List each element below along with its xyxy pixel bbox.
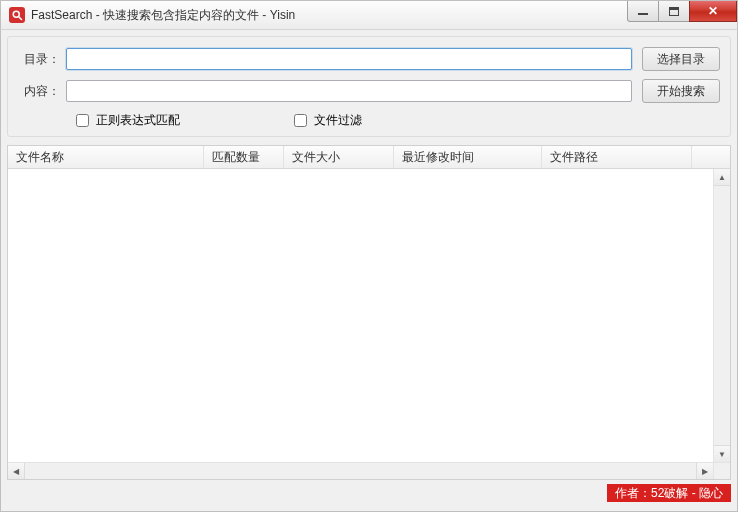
column-header[interactable]: 文件名称	[8, 146, 204, 168]
horizontal-scrollbar[interactable]: ◀ ▶	[8, 462, 730, 479]
scroll-down-icon[interactable]: ▼	[714, 445, 730, 462]
column-header[interactable]: 文件路径	[542, 146, 692, 168]
column-header[interactable]: 匹配数量	[204, 146, 284, 168]
svg-line-1	[19, 17, 22, 20]
window-title: FastSearch - 快速搜索包含指定内容的文件 - Yisin	[31, 7, 295, 24]
app-icon	[9, 7, 25, 23]
filter-checkbox-wrap[interactable]: 文件过滤	[290, 111, 362, 130]
scroll-corner	[713, 462, 730, 479]
select-directory-button[interactable]: 选择目录	[642, 47, 720, 71]
scroll-left-icon[interactable]: ◀	[8, 463, 25, 479]
regex-checkbox-label: 正则表达式匹配	[96, 112, 180, 129]
regex-checkbox-wrap[interactable]: 正则表达式匹配	[72, 111, 180, 130]
maximize-button[interactable]	[658, 1, 690, 22]
search-frame: 目录 选择目录 内容 开始搜索 正则表达式匹配 文件过滤	[7, 36, 731, 137]
column-header[interactable]: 文件大小	[284, 146, 394, 168]
regex-checkbox[interactable]	[76, 114, 89, 127]
content-label: 内容	[18, 83, 66, 100]
titlebar: FastSearch - 快速搜索包含指定内容的文件 - Yisin ✕	[0, 0, 738, 30]
scroll-right-icon[interactable]: ▶	[696, 463, 713, 479]
status-text	[7, 484, 607, 502]
directory-label: 目录	[18, 51, 66, 68]
table-body	[8, 169, 713, 462]
content-input[interactable]	[66, 80, 632, 102]
main-panel: 目录 选择目录 内容 开始搜索 正则表达式匹配 文件过滤 文件名称匹配数量文件大…	[0, 30, 738, 512]
table-header: 文件名称匹配数量文件大小最近修改时间文件路径	[8, 146, 730, 169]
filter-checkbox-label: 文件过滤	[314, 112, 362, 129]
close-button[interactable]: ✕	[689, 1, 737, 22]
start-search-button[interactable]: 开始搜索	[642, 79, 720, 103]
status-bar: 作者：52破解 - 隐心	[7, 484, 731, 502]
scroll-up-icon[interactable]: ▲	[714, 169, 730, 186]
column-header[interactable]: 最近修改时间	[394, 146, 542, 168]
minimize-button[interactable]	[627, 1, 659, 22]
results-table: 文件名称匹配数量文件大小最近修改时间文件路径 ▲ ▼ ◀ ▶	[7, 145, 731, 480]
vertical-scrollbar[interactable]: ▲ ▼	[713, 169, 730, 462]
filter-checkbox[interactable]	[294, 114, 307, 127]
author-credit: 作者：52破解 - 隐心	[607, 484, 731, 502]
directory-input[interactable]	[66, 48, 632, 70]
window-controls: ✕	[628, 1, 737, 22]
